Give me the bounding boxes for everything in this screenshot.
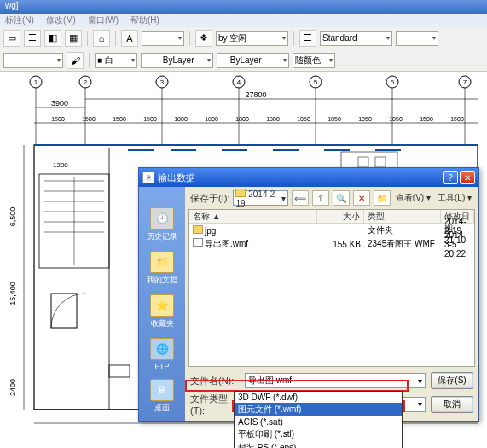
separator (189, 31, 190, 46)
col-type[interactable]: 类型 (364, 210, 441, 223)
separator (87, 31, 88, 46)
svg-text:1500: 1500 (420, 116, 433, 122)
svg-text:6,500: 6,500 (9, 207, 17, 227)
filetype-option[interactable]: 平板印刷 (*.stl) (235, 428, 402, 441)
file-list-header: 名称 ▲ 大小 类型 修改日期 (189, 210, 474, 224)
place-ftp[interactable]: 🌐FTP (150, 338, 174, 370)
file-icon (193, 238, 203, 247)
dialog-titlebar[interactable]: ⎘ 输出数据 ? ✕ (139, 168, 478, 187)
filetype-option[interactable]: 封装 PS (*.eps) (235, 441, 402, 448)
star-icon: ⭐ (150, 294, 174, 317)
svg-text:1800: 1800 (266, 116, 280, 122)
filetype-option[interactable]: 3D DWF (*.dwf) (235, 392, 402, 403)
svg-text:5: 5 (314, 79, 318, 86)
tools-menu[interactable]: 工具(L) ▾ (436, 192, 473, 204)
view-menu[interactable]: 查看(V) ▾ (394, 192, 432, 204)
ftp-icon: 🌐 (150, 338, 174, 360)
history-icon: 🕘 (150, 207, 174, 230)
place-mydocs[interactable]: 📁我的文档 (147, 251, 177, 286)
svg-rect-59 (358, 157, 368, 167)
svg-text:1500: 1500 (51, 116, 65, 122)
filetype-option[interactable]: ACIS (*.sat) (235, 416, 402, 428)
svg-text:1500: 1500 (82, 116, 96, 122)
separator (115, 31, 116, 46)
newfolder-button[interactable]: 📁 (374, 190, 391, 206)
svg-text:2400: 2400 (9, 379, 17, 396)
combo-bycolor[interactable]: 随颜色▾ (293, 53, 335, 68)
combo-text[interactable]: ▾ (142, 31, 184, 46)
list-item[interactable]: jpg 文件夹 2014-2-19 21:10 (189, 224, 474, 237)
tool-1-icon[interactable]: ▭ (3, 30, 20, 47)
svg-text:1200: 1200 (53, 161, 68, 169)
place-favorites[interactable]: ⭐收藏夹 (150, 294, 174, 329)
folder-icon (193, 225, 203, 234)
file-list[interactable]: 名称 ▲ 大小 类型 修改日期 jpg 文件夹 2014-2-19 21:10 … (188, 209, 475, 367)
combo-lineweight[interactable]: — ByLayer▾ (217, 53, 289, 68)
export-dialog: ⎘ 输出数据 ? ✕ 🕘历史记录 📁我的文档 ⭐收藏夹 🌐FTP 🖥桌面 保存于… (138, 167, 479, 422)
combo-extra[interactable]: ▾ (396, 31, 438, 46)
svg-text:4: 4 (237, 79, 241, 86)
help-button[interactable]: ? (443, 171, 458, 184)
tool-layer-icon[interactable]: ❖ (195, 30, 212, 47)
col-size[interactable]: 大小 (317, 210, 364, 223)
chevron-down-icon: ▾ (281, 194, 286, 203)
dialog-title: 输出数据 (158, 172, 195, 184)
place-history[interactable]: 🕘历史记录 (147, 207, 177, 242)
filename-input[interactable]: 导出图.wmf▾ (245, 373, 426, 388)
combo-hatch[interactable]: ▾ (3, 53, 63, 68)
close-button[interactable]: ✕ (460, 171, 475, 184)
place-desktop[interactable]: 🖥桌面 (150, 379, 174, 414)
tool-style-icon[interactable]: ☲ (299, 30, 316, 47)
filetype-label: 文件类型(T): (190, 393, 240, 416)
svg-text:1500: 1500 (450, 116, 464, 122)
list-item[interactable]: 导出图.wmf 155 KB 2345看图王 WMF 2014-3-5 20:2… (189, 237, 474, 251)
folder-icon (235, 189, 246, 197)
save-button[interactable]: 保存(S) (431, 372, 473, 389)
svg-text:1500: 1500 (143, 116, 157, 122)
combo-linetype[interactable]: —— ByLayer▾ (141, 53, 213, 68)
menubar: 标注(N) 修改(M) 窗口(W) 帮助(H) (0, 14, 487, 27)
filetype-dropdown[interactable]: 3D DWF (*.dwf)图元文件 (*.wmf)ACIS (*.sat)平板… (234, 391, 403, 448)
menu-annotate[interactable]: 标注(N) (5, 15, 34, 26)
combo-style[interactable]: Standard▾ (320, 31, 392, 46)
tool-5-icon[interactable]: ⌂ (93, 30, 110, 47)
svg-text:15,400: 15,400 (9, 282, 17, 305)
svg-rect-51 (51, 294, 77, 328)
dialog-toolbar: 保存于(I): 2014-2-19 ▾ ⟸ ⇧ 🔍 ✕ 📁 查看(V) ▾ 工具… (185, 187, 478, 209)
svg-text:1500: 1500 (113, 116, 126, 122)
app-titlebar: wg] (0, 0, 487, 14)
filetype-option[interactable]: 图元文件 (*.wmf) (235, 403, 402, 416)
tool-3-icon[interactable]: ◧ (44, 30, 61, 47)
combo-color[interactable]: ■ 白▾ (95, 53, 137, 68)
up-button[interactable]: ⇧ (312, 190, 329, 206)
paint-icon[interactable]: 🖌 (67, 52, 84, 69)
svg-text:3: 3 (160, 79, 165, 86)
save-in-combo[interactable]: 2014-2-19 ▾ (233, 190, 287, 206)
desktop-icon: 🖥 (150, 379, 174, 401)
svg-text:3900: 3900 (51, 99, 68, 108)
back-button[interactable]: ⟸ (292, 190, 309, 206)
dialog-icon: ⎘ (142, 172, 154, 183)
folder-icon: 📁 (150, 251, 174, 273)
tool-A-icon[interactable]: A (121, 30, 138, 47)
svg-text:1050: 1050 (389, 116, 403, 122)
menu-help[interactable]: 帮助(H) (130, 15, 159, 26)
svg-text:1050: 1050 (328, 116, 341, 122)
tool-2-icon[interactable]: ☰ (24, 30, 41, 47)
menu-modify[interactable]: 修改(M) (46, 15, 76, 26)
tool-4-icon[interactable]: ▦ (65, 30, 82, 47)
search-button[interactable]: 🔍 (333, 190, 350, 206)
delete-button[interactable]: ✕ (353, 190, 370, 206)
svg-text:1050: 1050 (358, 116, 372, 122)
cancel-button[interactable]: 取消 (431, 396, 473, 413)
col-name[interactable]: 名称 ▲ (189, 210, 317, 223)
svg-rect-60 (375, 157, 386, 167)
separator (293, 31, 294, 46)
svg-text:7: 7 (463, 79, 467, 86)
toolbar-row-2: ▾ 🖌 ■ 白▾ —— ByLayer▾ — ByLayer▾ 随颜色▾ (0, 49, 487, 72)
combo-layer[interactable]: by 空闲▾ (216, 31, 288, 46)
save-in-label: 保存于(I): (190, 192, 229, 205)
svg-text:1050: 1050 (297, 116, 310, 122)
menu-window[interactable]: 窗口(W) (88, 15, 119, 26)
title-fragment: wg] (5, 1, 19, 10)
